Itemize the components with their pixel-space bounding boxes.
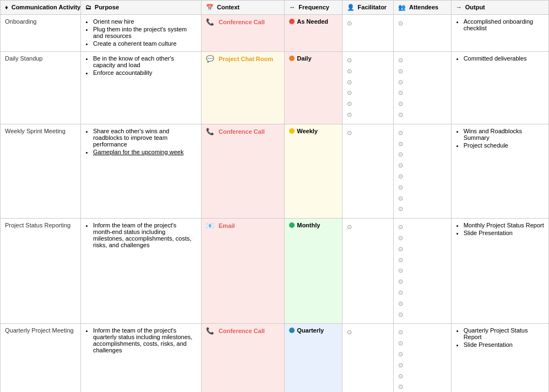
attendee-gear-icon: ⊙ [398, 255, 446, 266]
attendee-gear-icon: ⊙ [398, 171, 446, 182]
facilitator-gear-icon: ⊙ [347, 222, 389, 233]
frequency-cell: Quarterly [285, 324, 342, 392]
output-cell: Quarterly Project Status ReportSlide Pre… [451, 324, 548, 392]
activity-cell: Quarterly Project Meeting [1, 324, 81, 392]
output-cell: Accomplished onboarding checklist [451, 15, 548, 52]
attendee-gear-icon: ⊙ [398, 18, 446, 29]
attendee-gear-icon: ⊙ [398, 327, 446, 338]
attendees-cell: ⊙⊙⊙⊙⊙⊙⊙⊙⊙ [394, 219, 451, 324]
attendee-gear-icon: ⊙ [398, 244, 446, 255]
freq-icon: ↔ [289, 4, 295, 10]
facilitator-gear-icon: ⊙ [347, 128, 389, 139]
header-activity: ♦ Communication Activity [1, 1, 81, 15]
purpose-icon: 🗂 [85, 4, 91, 10]
att-icon: 👥 [398, 4, 406, 10]
output-cell: Wins and Roadblocks SummaryProject sched… [451, 124, 548, 218]
header-facilitator: 👤 Facilitator [342, 1, 394, 15]
context-icon: 📅 [206, 4, 214, 10]
facilitator-gear-icon: ⊙ [347, 88, 389, 99]
context-type-icon: 💬 [206, 55, 214, 63]
context-cell: 📞Conference Call [202, 15, 285, 52]
frequency-label: As Needed [297, 18, 328, 25]
context-cell: 📞Conference Call [202, 124, 285, 218]
context-label: Conference Call [219, 128, 265, 135]
purpose-cell: Share each other's wins and roadblocks t… [81, 124, 202, 218]
output-item: Wins and Roadblocks Summary [464, 128, 544, 141]
attendee-gear-icon: ⊙ [398, 287, 446, 298]
facilitator-gear-icon: ⊙ [347, 18, 389, 29]
table-row: OnboardingOrient new hirePlug them into … [1, 15, 549, 52]
context-cell: 💬Project Chat Room [202, 52, 285, 124]
facilitator-cell: ⊙ [342, 219, 394, 324]
facilitator-gear-icon: ⊙ [347, 77, 389, 88]
purpose-cell: Inform the team of the project's quarter… [81, 324, 202, 392]
facilitator-gear-icon: ⊙ [347, 110, 389, 121]
context-cell: 📞Conference Call [202, 324, 285, 392]
facilitator-gear-icon: ⊙ [347, 99, 389, 110]
frequency-dot [289, 328, 295, 333]
attendees-cell: ⊙⊙⊙⊙⊙⊙ [394, 52, 451, 124]
attendee-gear-icon: ⊙ [398, 99, 446, 110]
header-purpose: 🗂 Purpose [81, 1, 202, 15]
frequency-cell: Weekly [285, 124, 342, 218]
attendee-gear-icon: ⊙ [398, 338, 446, 349]
context-label: Project Chat Room [219, 56, 273, 62]
frequency-dot [289, 128, 295, 134]
attendee-gear-icon: ⊙ [398, 128, 446, 139]
fac-icon: 👤 [347, 4, 355, 10]
attendee-gear-icon: ⊙ [398, 382, 446, 392]
output-icon: → [456, 4, 462, 10]
context-type-icon: 📧 [206, 222, 214, 230]
output-item: Committed deliverables [464, 55, 544, 62]
facilitator-cell: ⊙⊙⊙⊙⊙⊙ [342, 52, 394, 124]
context-type-icon: 📞 [206, 18, 214, 26]
facilitator-gear-icon: ⊙ [347, 55, 389, 66]
attendees-cell: ⊙⊙⊙⊙⊙⊙⊙⊙⊙ [394, 324, 451, 392]
context-label: Conference Call [219, 19, 265, 25]
activity-cell: Project Status Reporting [1, 219, 81, 324]
attendee-gear-icon: ⊙ [398, 149, 446, 160]
facilitator-gear-icon: ⊙ [347, 327, 389, 338]
output-cell: Monthly Project Status ReportSlide Prese… [451, 219, 548, 324]
activity-cell: Daily Standup [1, 52, 81, 124]
attendee-gear-icon: ⊙ [398, 160, 446, 171]
attendee-gear-icon: ⊙ [398, 182, 446, 193]
frequency-label: Quarterly [297, 327, 324, 334]
frequency-dot [289, 222, 295, 228]
output-item: Project schedule [464, 142, 544, 149]
facilitator-cell: ⊙ [342, 124, 394, 218]
purpose-cell: Orient new hirePlug them into the projec… [81, 15, 202, 52]
attendee-gear-icon: ⊙ [398, 139, 446, 150]
attendees-cell: ⊙ [394, 15, 451, 52]
purpose-cell: Inform the team of the project's month-e… [81, 219, 202, 324]
frequency-label: Monthly [297, 222, 320, 228]
frequency-dot [289, 19, 295, 24]
attendees-cell: ⊙⊙⊙⊙⊙⊙⊙⊙ [394, 124, 451, 218]
header-attendees: 👥 Attendees [394, 1, 451, 15]
attendee-gear-icon: ⊙ [398, 204, 446, 215]
table-row: Quarterly Project MeetingInform the team… [1, 324, 549, 392]
attendee-gear-icon: ⊙ [398, 265, 446, 276]
facilitator-gear-icon: ⊙ [347, 66, 389, 77]
output-item: Accomplished onboarding checklist [464, 18, 544, 31]
frequency-cell: As Needed [285, 15, 342, 52]
frequency-cell: Daily [285, 52, 342, 124]
frequency-label: Daily [297, 55, 311, 62]
table-row: Weekly Sprint MeetingShare each other's … [1, 124, 549, 218]
frequency-dot [289, 56, 295, 61]
context-type-icon: 📞 [206, 327, 214, 335]
attendee-gear-icon: ⊙ [398, 233, 446, 244]
output-item: Slide Presentation [464, 341, 544, 348]
activity-cell: Onboarding [1, 15, 81, 52]
attendee-gear-icon: ⊙ [398, 55, 446, 66]
frequency-cell: Monthly [285, 219, 342, 324]
output-item: Monthly Project Status Report [464, 222, 544, 228]
attendee-gear-icon: ⊙ [398, 193, 446, 204]
facilitator-cell: ⊙ [342, 324, 394, 392]
facilitator-cell: ⊙ [342, 15, 394, 52]
activity-icon: ♦ [5, 4, 8, 10]
output-item: Quarterly Project Status Report [464, 327, 544, 340]
attendee-gear-icon: ⊙ [398, 298, 446, 309]
attendee-gear-icon: ⊙ [398, 88, 446, 99]
output-cell: Committed deliverables [451, 52, 548, 124]
